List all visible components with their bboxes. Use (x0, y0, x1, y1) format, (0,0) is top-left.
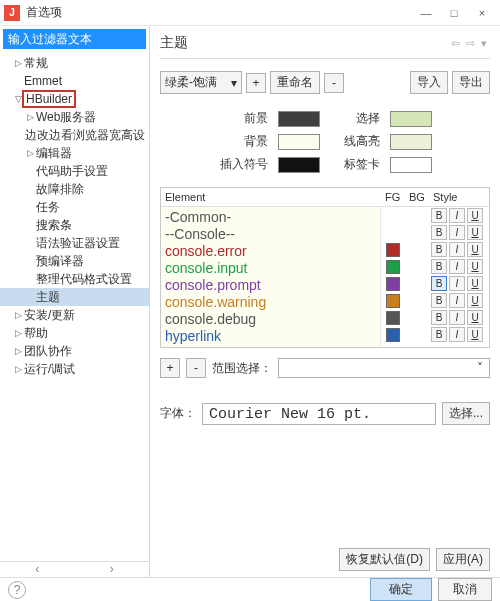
tree-item[interactable]: 代码助手设置 (0, 162, 149, 180)
fg-swatch[interactable] (386, 260, 400, 274)
element-item[interactable]: console.debug (165, 311, 376, 328)
tree-item-label: Emmet (24, 74, 62, 88)
scope-remove-button[interactable]: - (186, 358, 206, 378)
nav-back-icon[interactable]: ⇦ (448, 37, 463, 50)
u-toggle[interactable]: U (467, 327, 483, 342)
color-label: 前景 (218, 110, 268, 127)
tree-item-label: 编辑器 (36, 145, 72, 162)
element-list[interactable]: -Common---Console--console.errorconsole.… (161, 207, 381, 347)
element-style-row: BIU (381, 258, 489, 275)
tree-item[interactable]: 搜索条 (0, 216, 149, 234)
scroll-left-icon[interactable]: ‹ (0, 562, 75, 577)
i-toggle[interactable]: I (449, 242, 465, 257)
color-swatch[interactable] (278, 111, 320, 127)
fg-swatch[interactable] (386, 243, 400, 257)
u-toggle[interactable]: U (467, 225, 483, 240)
u-toggle[interactable]: U (467, 259, 483, 274)
tree-item[interactable]: ▷编辑器 (0, 144, 149, 162)
element-item[interactable]: console.error (165, 243, 376, 260)
tree-item[interactable]: ▷帮助 (0, 324, 149, 342)
fg-swatch[interactable] (386, 294, 400, 308)
tree-item[interactable]: 故障排除 (0, 180, 149, 198)
rename-theme-button[interactable]: 重命名 (270, 71, 320, 94)
tree-item[interactable]: ▷常规 (0, 54, 149, 72)
b-toggle[interactable]: B (431, 276, 447, 291)
tree-item[interactable]: ▷团队协作 (0, 342, 149, 360)
fg-swatch[interactable] (386, 328, 400, 342)
apply-button[interactable]: 应用(A) (436, 548, 490, 571)
export-button[interactable]: 导出 (452, 71, 490, 94)
filter-input[interactable] (3, 29, 146, 49)
tree-item[interactable]: ▽HBuilder (0, 90, 149, 108)
b-toggle[interactable]: B (431, 259, 447, 274)
tree-item-label: 运行/调试 (24, 361, 75, 378)
b-toggle[interactable]: B (431, 293, 447, 308)
tree-item[interactable]: 主题 (0, 288, 149, 306)
tree-item[interactable]: ▷Web服务器 (0, 108, 149, 126)
ok-button[interactable]: 确定 (370, 578, 432, 601)
i-toggle[interactable]: I (449, 327, 465, 342)
b-toggle[interactable]: B (431, 327, 447, 342)
scope-add-button[interactable]: + (160, 358, 180, 378)
b-toggle[interactable]: B (431, 242, 447, 257)
tree-item[interactable]: 边改边看浏览器宽高设 (0, 126, 149, 144)
b-toggle[interactable]: B (431, 310, 447, 325)
color-swatch[interactable] (278, 134, 320, 150)
tree-item[interactable]: 任务 (0, 198, 149, 216)
u-toggle[interactable]: U (467, 276, 483, 291)
tree-item[interactable]: ▷安装/更新 (0, 306, 149, 324)
element-item[interactable]: hyperlink (165, 328, 376, 345)
element-item[interactable]: -Common- (165, 209, 376, 226)
preferences-tree: ▷常规Emmet▽HBuilder▷Web服务器边改边看浏览器宽高设▷编辑器代码… (0, 52, 149, 561)
close-button[interactable]: × (468, 2, 496, 24)
i-toggle[interactable]: I (449, 293, 465, 308)
tree-item[interactable]: 预编译器 (0, 252, 149, 270)
u-toggle[interactable]: U (467, 242, 483, 257)
panel-buttons: 恢复默认值(D) 应用(A) (339, 548, 490, 571)
color-swatch[interactable] (390, 134, 432, 150)
i-toggle[interactable]: I (449, 208, 465, 223)
remove-theme-button[interactable]: - (324, 73, 344, 93)
fg-swatch[interactable] (386, 311, 400, 325)
restore-defaults-button[interactable]: 恢复默认值(D) (339, 548, 430, 571)
i-toggle[interactable]: I (449, 225, 465, 240)
add-theme-button[interactable]: + (246, 73, 266, 93)
tree-arrow-icon: ▷ (12, 58, 24, 68)
scroll-right-icon[interactable]: › (75, 562, 150, 577)
u-toggle[interactable]: U (467, 293, 483, 308)
b-toggle[interactable]: B (431, 225, 447, 240)
tree-item[interactable]: Emmet (0, 72, 149, 90)
element-style-row: BIU (381, 292, 489, 309)
minimize-button[interactable]: — (412, 2, 440, 24)
nav-menu-icon[interactable]: ▾ (478, 37, 490, 50)
color-swatch[interactable] (278, 157, 320, 173)
element-item[interactable]: console.prompt (165, 277, 376, 294)
theme-select[interactable]: 绿柔-饱满 ▾ (160, 71, 242, 94)
font-select-button[interactable]: 选择... (442, 402, 490, 425)
color-swatch[interactable] (390, 157, 432, 173)
help-icon[interactable]: ? (8, 581, 26, 599)
tree-item[interactable]: 整理代码格式设置 (0, 270, 149, 288)
col-style: Style (429, 188, 489, 206)
i-toggle[interactable]: I (449, 310, 465, 325)
u-toggle[interactable]: U (467, 310, 483, 325)
maximize-button[interactable]: □ (440, 2, 468, 24)
color-swatch[interactable] (390, 111, 432, 127)
element-item[interactable]: --Console-- (165, 226, 376, 243)
b-toggle[interactable]: B (431, 208, 447, 223)
element-item[interactable]: console.warning (165, 294, 376, 311)
i-toggle[interactable]: I (449, 259, 465, 274)
tree-item[interactable]: 语法验证器设置 (0, 234, 149, 252)
nav-forward-icon[interactable]: ⇨ (463, 37, 478, 50)
fg-swatch[interactable] (386, 277, 400, 291)
tree-item-label: 边改边看浏览器宽高设 (25, 127, 145, 144)
i-toggle[interactable]: I (449, 276, 465, 291)
panel-title: 主题 (160, 34, 448, 52)
cancel-button[interactable]: 取消 (438, 578, 492, 601)
u-toggle[interactable]: U (467, 208, 483, 223)
scope-select[interactable]: ˅ (278, 358, 490, 378)
tree-item[interactable]: ▷运行/调试 (0, 360, 149, 378)
import-button[interactable]: 导入 (410, 71, 448, 94)
element-item[interactable]: console.input (165, 260, 376, 277)
color-label: 插入符号 (218, 156, 268, 173)
